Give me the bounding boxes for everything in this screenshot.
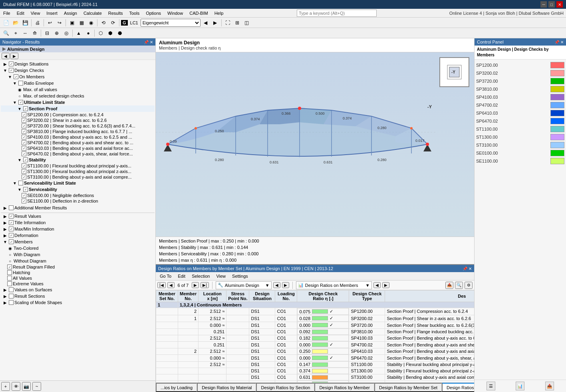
menu-help[interactable]: Help (211, 10, 227, 16)
checkbox-ev[interactable] (7, 281, 12, 286)
tree-sp6410[interactable]: SP6410.03 | Bending about y-axis and axi… (1, 145, 155, 151)
tree-all-values[interactable]: All Values (1, 275, 155, 281)
checkbox-uls[interactable] (18, 100, 23, 105)
viewport-canvas[interactable]: 0.09 0.250 0.374 0.366 0.500 0.374 0.280… (156, 52, 474, 237)
tree-values-on-surfaces[interactable]: ▶ Values on Surfaces (1, 287, 155, 293)
menu-file[interactable]: File (0, 10, 14, 16)
menu-results[interactable]: Results (105, 10, 126, 16)
results-goto[interactable]: Go To (157, 273, 174, 279)
tab-by-material[interactable]: Design Ratios by Material (197, 383, 256, 392)
checkbox-on-members[interactable] (14, 74, 18, 79)
checkbox-mm[interactable] (9, 227, 14, 231)
checkbox-ratio-envelope[interactable] (18, 81, 23, 86)
tab-by-member[interactable]: Design Ratios by Member (314, 383, 374, 392)
tree-stability[interactable]: ▼ Stability (1, 157, 155, 163)
design-prev-button[interactable]: ◀ (273, 282, 280, 288)
checkbox-vos[interactable] (9, 287, 14, 292)
minimize-button[interactable]: ─ (540, 1, 547, 8)
tree-result-sections[interactable]: ▶ Result Sections (1, 293, 155, 299)
tree-title-info[interactable]: ▶ Title Information (1, 219, 155, 226)
checkbox-se1100[interactable] (22, 199, 26, 203)
menu-calculate[interactable]: Calculate (80, 10, 105, 16)
design-next-button[interactable]: ▶ (282, 282, 289, 288)
tree-max-all[interactable]: ◉ Max. of all values (1, 86, 155, 93)
menu-edit[interactable]: Edit (14, 10, 28, 16)
tree-max-selected[interactable]: ○ Max. of selected design checks (1, 93, 155, 99)
results-settings[interactable]: Settings (230, 273, 250, 279)
menu-view[interactable]: View (28, 10, 44, 16)
tb-s9[interactable]: ● (84, 29, 93, 38)
checkbox-hatch[interactable] (7, 270, 12, 275)
checkbox-sls[interactable] (18, 181, 23, 185)
tb-btn-2[interactable]: ▦ (77, 18, 86, 27)
tree-sp6470[interactable]: SP6470.02 | Bending about y-axis, shear,… (1, 151, 155, 157)
checkbox-sp4700[interactable] (22, 140, 26, 145)
tb-s5[interactable]: ⊟ (43, 29, 52, 38)
nav-pin-button[interactable]: 📌 (144, 40, 149, 44)
tab-by-section[interactable]: Design Ratios by Section (256, 383, 314, 392)
checkbox-sp3810[interactable] (22, 129, 26, 134)
tab-by-loading[interactable]: ...ios by Loading (156, 383, 197, 392)
tree-maxmin[interactable]: ▶ Max/Min Information (1, 226, 155, 232)
tree-design-situations[interactable]: ▶ Design Situations (1, 61, 155, 67)
nav-chart-button[interactable]: ~ (32, 382, 41, 391)
tree-result-diagram-filled[interactable]: Result Diagram Filled (1, 264, 155, 270)
checkbox-av[interactable] (7, 276, 12, 281)
checkbox-sp6470[interactable] (22, 151, 26, 156)
tb-s2[interactable]: ⌖ (11, 29, 20, 38)
menu-insert[interactable]: Insert (43, 10, 61, 16)
filter-button[interactable]: 🔍 (455, 282, 463, 289)
tb-s12[interactable]: ⬣ (115, 29, 124, 38)
tree-with-diagram[interactable]: ○ With Diagram (1, 251, 155, 258)
tree-st3100[interactable]: ST3100.00 | Bending about y-axis and axi… (1, 174, 155, 180)
maximize-button[interactable]: □ (548, 1, 555, 8)
next-lc[interactable]: ▶ (211, 18, 220, 27)
results-edit[interactable]: Edit (175, 273, 188, 279)
tb-s3[interactable]: ↔ (21, 29, 30, 38)
last-page-button[interactable]: ▶| (201, 282, 209, 288)
checkbox-st3100[interactable] (22, 175, 26, 179)
tree-without-diagram[interactable]: ○ Without Diagram (1, 258, 155, 264)
checkbox-design-situations[interactable] (9, 62, 14, 66)
design-dropdown[interactable]: 🔧 Aluminum Design ▼ (216, 281, 272, 289)
tree-sp3200[interactable]: SP3200.02 | Shear in z-axis acc. to 6.2.… (1, 117, 155, 123)
checkbox-sc[interactable] (9, 300, 14, 305)
menu-assign[interactable]: Assign (61, 10, 80, 16)
tree-sp3810[interactable]: SP3810.00 | Flange induced buckling acc.… (1, 129, 155, 134)
nav-eye-button[interactable]: 👁 (12, 382, 20, 391)
tb-s8[interactable]: ▲ (74, 29, 83, 38)
checkbox-rv[interactable] (9, 214, 14, 219)
checkbox-stability[interactable] (23, 157, 28, 162)
tb-s10[interactable]: ⬡ (96, 29, 105, 38)
tb-view-3[interactable]: ◫ (242, 18, 251, 27)
tree-sp3720[interactable]: SP3720.00 | Shear buckling acc. to 6.2.6… (1, 123, 155, 129)
tree-uls[interactable]: ▼ Ultimate Limit State (1, 99, 155, 105)
export-button[interactable]: 📤 (445, 282, 453, 289)
prev-page-button[interactable]: ◀ (167, 282, 175, 288)
tb-view-2[interactable]: ⊞ (233, 18, 242, 27)
cp-icon-export[interactable]: 📤 (545, 382, 554, 390)
tb-s11[interactable]: ⬢ (106, 29, 115, 38)
cp-pin-button[interactable]: 📌 (554, 40, 559, 44)
checkbox-design-checks[interactable] (9, 68, 14, 73)
checkbox-st1300[interactable] (22, 169, 26, 174)
tree-st1100[interactable]: ST1100.00 | Flexural buckling about prin… (1, 163, 155, 169)
save-button[interactable]: 💾 (21, 18, 30, 27)
results-selection[interactable]: Selection (189, 273, 212, 279)
results-view[interactable]: View (214, 273, 228, 279)
checkbox-st1100[interactable] (22, 163, 26, 168)
tree-st1300[interactable]: ST1300.00 | Flexural buckling about prin… (1, 169, 155, 174)
tree-scaling[interactable]: ▶ Scaling of Mode Shapes (1, 299, 155, 306)
lc-selector[interactable]: Eigengewicht (141, 19, 201, 27)
tree-additional[interactable]: ▶ Additional Member Results (1, 205, 155, 211)
results-pin-button[interactable]: 📌 (463, 267, 467, 271)
menu-window[interactable]: Window (164, 10, 186, 16)
tree-sp4100[interactable]: SP4100.03 | Bending about y-axis acc. to… (1, 134, 155, 140)
checkbox-additional[interactable] (9, 205, 14, 210)
tree-result-values[interactable]: ▶ Result Values (1, 213, 155, 219)
close-button[interactable]: ✕ (556, 1, 563, 8)
tree-sp4700[interactable]: SP4700.02 | Bending about y-axis and she… (1, 140, 155, 145)
tree-two-colored[interactable]: ◉ Two-Colored (1, 245, 155, 251)
results-close-button[interactable]: ✕ (469, 267, 472, 271)
checkbox-sp1200[interactable] (22, 112, 26, 117)
